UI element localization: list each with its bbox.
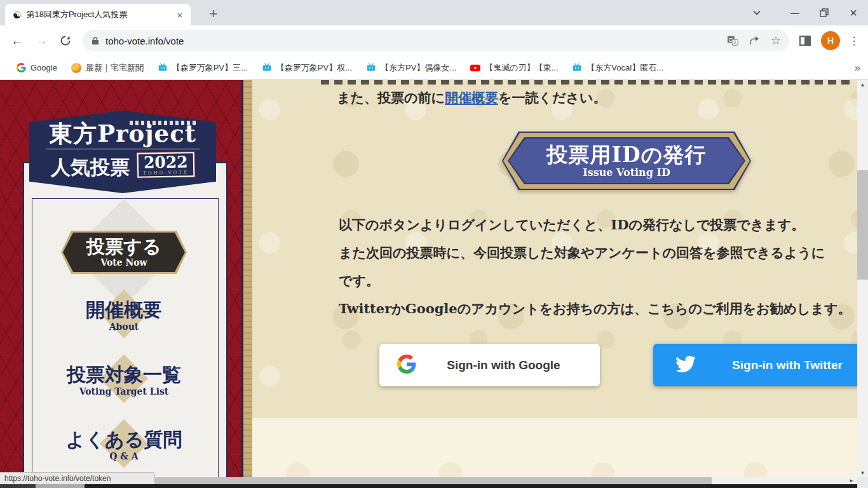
twitter-icon [674, 354, 698, 377]
youtube-icon [470, 63, 480, 73]
tab-title: 第18回東方Project人気投票 [26, 9, 174, 20]
address-bar[interactable]: toho-vote.info/vote G文 ☆ [83, 30, 789, 51]
window-minimize-button[interactable]: — [780, 0, 810, 25]
logo-dash-decoration [130, 121, 198, 125]
bookmark-youtube[interactable]: 【鬼滅の刃】【東... [463, 62, 565, 74]
logo-year-badge: 2022 TOHO-VOTE [137, 152, 194, 178]
issue-id-label-jp: 投票用IDの発行 [547, 143, 707, 167]
window-restore-button[interactable] [810, 0, 839, 25]
status-bubble: https://toho-vote.info/vote/token [0, 472, 155, 484]
site-sidebar: 東方Project 人気投票 2022 TOHO-VOTE 投票する Vote … [0, 80, 241, 488]
vertical-scrollbar-thumb[interactable] [857, 170, 868, 280]
site-logo[interactable]: 東方Project 人気投票 2022 TOHO-VOTE [29, 111, 216, 193]
sign-in-twitter-button[interactable]: Sign-in with Twitter [653, 344, 857, 386]
vote-now-label-jp: 投票する [86, 237, 161, 257]
bookmark-bilibili-3[interactable]: 【东方PV】偶像女... [359, 62, 463, 74]
translate-icon[interactable]: G文 [723, 31, 742, 50]
scroll-right-icon[interactable]: ► [849, 478, 854, 484]
page-bottom-strip-thumb [36, 484, 85, 488]
bookmark-star-icon[interactable]: ☆ [766, 31, 785, 50]
new-tab-button[interactable]: + [205, 5, 222, 23]
forward-button: → [31, 30, 52, 51]
logo-subtitle: 人気投票 [51, 158, 130, 177]
issue-id-label-en: Issue Voting ID [583, 166, 670, 179]
bilibili-icon [262, 63, 272, 73]
tab-close-icon[interactable]: × [174, 9, 186, 20]
sign-in-google-button[interactable]: Sign-in with Google [379, 344, 600, 386]
bookmark-gamme[interactable]: 最新｜宅宅新聞 [64, 62, 151, 74]
browser-tab[interactable]: ☯ 第18回東方Project人気投票 × [5, 4, 191, 25]
bookmark-bilibili-1[interactable]: 【森罗万象PV】三... [151, 62, 255, 74]
browser-toolbar: ← → toho-vote.info/vote G文 ☆ H ⋮ [0, 25, 868, 56]
scrollbar-corner [857, 477, 868, 488]
page-bottom-strip-left [0, 484, 36, 488]
window-close-button[interactable]: × [839, 0, 868, 25]
sign-in-twitter-label: Sign-in with Twitter [698, 358, 857, 372]
gamme-icon [71, 63, 81, 73]
clipped-text-line [321, 80, 853, 85]
profile-avatar[interactable]: H [821, 31, 840, 50]
bookmarks-bar: Google 最新｜宅宅新聞 【森罗万象PV】三... 【森罗万象PV】权...… [0, 56, 868, 80]
svg-text:文: 文 [733, 39, 737, 45]
nav-voting-target-list-link[interactable]: 投票対象一覧 Voting Target List [25, 364, 222, 396]
bilibili-icon [158, 63, 168, 73]
bilibili-icon [572, 63, 582, 73]
issue-voting-id-button[interactable]: 投票用IDの発行 Issue Voting ID [502, 132, 751, 190]
gold-border-strip [243, 80, 252, 488]
login-description: 以下のボタンよりログインしていただくと、IDの発行なしで投票できます。 また次回… [339, 211, 851, 323]
url-text[interactable]: toho-vote.info/vote [105, 36, 184, 46]
reload-button[interactable] [55, 30, 76, 51]
bookmark-bilibili-2[interactable]: 【森罗万象PV】权... [255, 62, 359, 74]
tab-search-chevron-icon[interactable] [742, 0, 771, 25]
sign-in-google-label: Sign-in with Google [416, 358, 600, 372]
page-bottom-strip [85, 484, 868, 488]
scroll-up-icon[interactable]: ▲ [857, 80, 868, 89]
about-link[interactable]: 開催概要 [445, 90, 498, 105]
bilibili-icon [366, 63, 376, 73]
share-icon[interactable] [745, 31, 764, 50]
lock-icon[interactable] [92, 36, 99, 45]
nav-about-link[interactable]: 開催概要 About [25, 299, 222, 332]
notice-line: また、投票の前に開催概要を一読ください。 [337, 89, 606, 107]
yin-yang-favicon-icon: ☯ [13, 10, 21, 20]
bookmark-bilibili-4[interactable]: 【东方Vocal】匿石... [565, 62, 670, 74]
nav-faq-link[interactable]: よくある質問 Q & A [25, 429, 222, 461]
google-icon [16, 63, 26, 73]
vertical-scrollbar[interactable]: ▲ ▼ [857, 80, 868, 477]
browser-titlebar: ☯ 第18回東方Project人気投票 × + — × [0, 0, 868, 25]
vote-now-label-en: Vote Now [100, 257, 147, 268]
google-icon [397, 355, 416, 376]
main-content: また、投票の前に開催概要を一読ください。 投票用IDの発行 Issue Voti… [241, 80, 857, 488]
page-viewport: 東方Project 人気投票 2022 TOHO-VOTE 投票する Vote … [0, 80, 868, 488]
side-panel-icon[interactable] [794, 30, 816, 51]
browser-menu-icon[interactable]: ⋮ [845, 30, 863, 51]
back-button[interactable]: ← [6, 30, 28, 51]
nav-vote-now-button[interactable]: 投票する Vote Now [61, 231, 187, 274]
bookmark-google[interactable]: Google [9, 63, 64, 73]
scroll-down-icon[interactable]: ▼ [857, 468, 868, 477]
bookmarks-overflow-chevron[interactable]: » [855, 62, 860, 74]
